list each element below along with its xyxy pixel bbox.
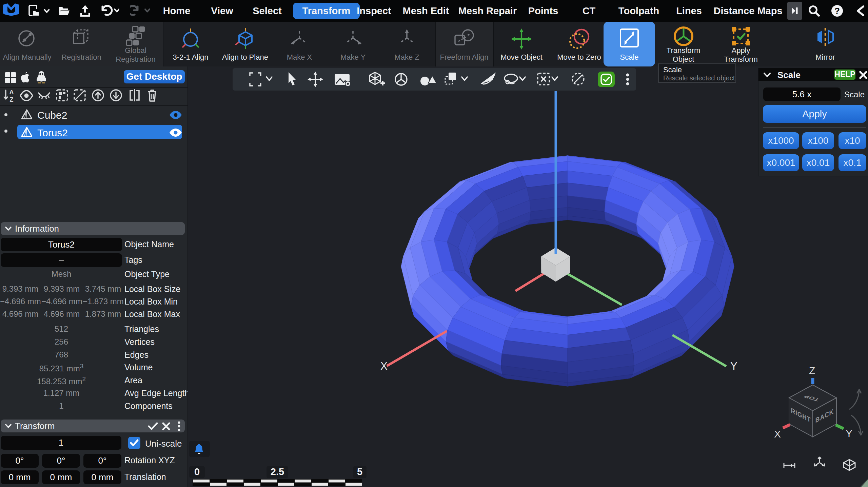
svg-text:Y: Y (730, 360, 737, 372)
svg-text:X: X (774, 428, 781, 440)
svg-text:Y: Y (846, 428, 852, 439)
svg-text:?: ? (834, 6, 840, 16)
svg-text:Z: Z (809, 365, 815, 376)
svg-text:Z: Z (10, 96, 14, 102)
svg-text:A: A (9, 89, 14, 96)
svg-text:X: X (380, 360, 388, 372)
